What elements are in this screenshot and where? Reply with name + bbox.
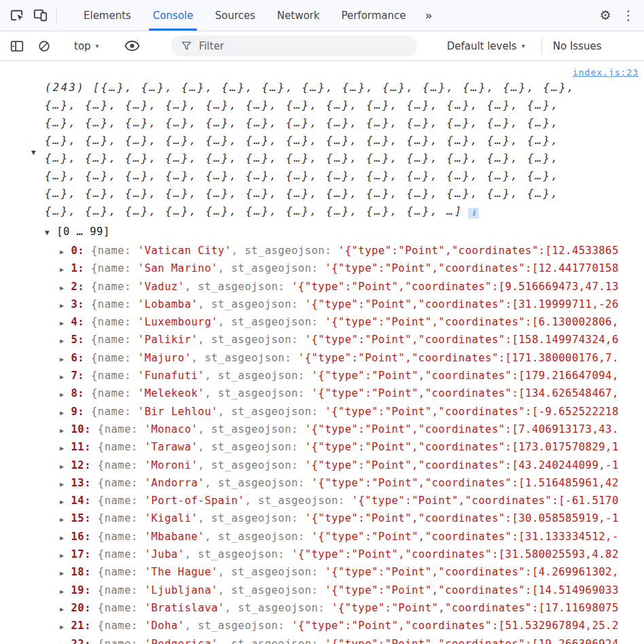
javascript-context-selector[interactable]: top ▾ <box>70 37 103 55</box>
console-array-row[interactable]: ▶19: {name: 'Ljubljana', st_asgeojson: '… <box>0 582 644 599</box>
string-value-geojson: '{"type":"Point","coordinates":[9.516669… <box>291 281 619 293</box>
string-value-name: 'Lobamba' <box>138 298 198 310</box>
tab-performance[interactable]: Performance <box>330 0 416 31</box>
chevron-collapsed-icon[interactable]: ▶ <box>60 248 65 255</box>
console-array-row[interactable]: ▶6: {name: 'Majuro', st_asgeojson: '{"ty… <box>0 349 644 367</box>
issues-status[interactable]: No Issues <box>553 40 602 52</box>
chevron-collapsed-icon[interactable]: ▶ <box>60 409 65 416</box>
string-value-geojson: '{"type":"Point","coordinates":[12.44177… <box>325 262 619 274</box>
object-key: {name: <box>98 459 145 471</box>
chevron-collapsed-icon[interactable]: ▶ <box>60 266 65 273</box>
chevron-collapsed-icon[interactable]: ▶ <box>60 444 65 452</box>
console-filter[interactable] <box>171 35 417 56</box>
chevron-collapsed-icon[interactable]: ▶ <box>60 516 65 523</box>
chevron-collapsed-icon[interactable]: ▶ <box>60 480 65 488</box>
console-array-row[interactable]: ▶7: {name: 'Funafuti', st_asgeojson: '{"… <box>0 367 644 384</box>
string-value-geojson: '{"type":"Point","coordinates":[17.11698… <box>332 602 619 614</box>
chevron-collapsed-icon[interactable]: ▶ <box>60 623 65 630</box>
source-location-link[interactable]: index.js:23 <box>573 67 639 77</box>
live-expression-button[interactable] <box>121 35 144 58</box>
object-key: {name: <box>91 406 138 418</box>
chevron-collapsed-icon[interactable]: ▶ <box>60 534 65 541</box>
object-key: {name: <box>91 298 138 310</box>
chevron-collapsed-icon[interactable]: ▶ <box>60 463 65 470</box>
object-key: {name: <box>98 477 145 489</box>
console-array-row[interactable]: ▶14: {name: 'Port-of-Spain', st_asgeojso… <box>0 492 644 509</box>
console-array-row[interactable]: ▶12: {name: 'Moroni', st_asgeojson: '{"t… <box>0 457 644 474</box>
string-value-geojson: '{"type":"Point","coordinates":[19.26630… <box>325 638 619 644</box>
string-value-name: 'Majuro' <box>138 352 192 364</box>
chevron-collapsed-icon[interactable]: ▶ <box>60 498 65 505</box>
console-array-row[interactable]: ▶16: {name: 'Mbabane', st_asgeojson: '{"… <box>0 528 644 545</box>
array-range-row[interactable]: ▼[0 … 99] <box>0 223 644 242</box>
log-levels-selector[interactable]: Default levels ▾ <box>443 37 529 55</box>
object-key: {name: <box>91 370 138 382</box>
chevron-collapsed-icon[interactable]: ▶ <box>60 605 65 613</box>
tab-sources[interactable]: Sources <box>204 0 266 31</box>
chevron-expanded-icon[interactable]: ▼ <box>45 228 50 237</box>
clear-console-button[interactable] <box>33 35 56 58</box>
chevron-collapsed-icon[interactable]: ▶ <box>60 427 65 434</box>
tab-elements[interactable]: Elements <box>73 0 142 31</box>
console-array-row[interactable]: ▶2: {name: 'Vaduz', st_asgeojson: '{"typ… <box>0 278 644 296</box>
more-tabs-button[interactable]: » <box>417 0 441 31</box>
chevron-collapsed-icon[interactable]: ▶ <box>60 284 65 291</box>
chevron-collapsed-icon[interactable]: ▶ <box>60 373 65 380</box>
object-key: {name: <box>98 566 145 578</box>
object-key: , st_asgeojson: <box>204 531 311 543</box>
string-value-geojson: '{"type":"Point","coordinates":[-9.65252… <box>325 406 619 418</box>
devtools-tabbar: Elements Console Sources Network Perform… <box>0 0 644 31</box>
object-key: , st_asgeojson: <box>198 441 304 453</box>
chevron-collapsed-icon[interactable]: ▶ <box>60 355 65 363</box>
tabbar-right-controls: ⚙ ⋮ <box>584 0 644 31</box>
console-array-row[interactable]: ▶0: {name: 'Vatican City', st_asgeojson:… <box>0 242 644 260</box>
device-toolbar-button[interactable] <box>29 4 52 27</box>
array-index: 10: <box>71 423 98 435</box>
chevron-collapsed-icon[interactable]: ▶ <box>60 319 65 327</box>
console-array-row[interactable]: ▶21: {name: 'Doha', st_asgeojson: '{"typ… <box>0 617 644 634</box>
array-index: 15: <box>71 512 98 524</box>
array-preview-text[interactable]: (243) [{…}, {…}, {…}, {…}, {…}, {…}, {…}… <box>45 82 575 217</box>
devtools-menu-button[interactable]: ⋮ <box>617 4 640 27</box>
console-array-row[interactable]: ▶8: {name: 'Melekeok', st_asgeojson: '{"… <box>0 384 644 402</box>
filter-input[interactable] <box>199 40 389 52</box>
string-value-geojson: '{"type":"Point","coordinates":[179.2166… <box>312 370 619 382</box>
console-array-row[interactable]: ▶15: {name: 'Kigali', st_asgeojson: '{"t… <box>0 509 644 527</box>
array-index: 4: <box>71 316 92 328</box>
console-array-row[interactable]: ▶3: {name: 'Lobamba', st_asgeojson: '{"t… <box>0 296 644 313</box>
array-expander-icon[interactable]: ▼ <box>31 148 36 157</box>
console-array-row[interactable]: ▶22: {name: 'Podgorica', st_asgeojson: '… <box>0 635 644 644</box>
console-array-row[interactable]: ▶18: {name: 'The Hague', st_asgeojson: '… <box>0 563 644 581</box>
console-array-row[interactable]: ▶20: {name: 'Bratislava', st_asgeojson: … <box>0 599 644 617</box>
console-array-row[interactable]: ▶17: {name: 'Juba', st_asgeojson: '{"typ… <box>0 545 644 563</box>
string-value-name: 'Andorra' <box>145 477 205 489</box>
tab-network[interactable]: Network <box>266 0 331 31</box>
chevron-collapsed-icon[interactable]: ▶ <box>60 302 65 309</box>
object-key: {name: <box>98 584 145 596</box>
console-array-row[interactable]: ▶13: {name: 'Andorra', st_asgeojson: '{"… <box>0 474 644 492</box>
settings-button[interactable]: ⚙ <box>594 4 617 27</box>
string-value-geojson: '{"type":"Point","coordinates":[43.24024… <box>305 459 619 471</box>
console-array-row[interactable]: ▶10: {name: 'Monaco', st_asgeojson: '{"t… <box>0 421 644 438</box>
toolbar-divider <box>56 7 57 24</box>
console-array-row[interactable]: ▶1: {name: 'San Marino', st_asgeojson: '… <box>0 260 644 277</box>
object-key: {name: <box>98 548 145 560</box>
inspect-element-button[interactable] <box>5 4 29 27</box>
object-key: , st_asgeojson: <box>218 566 325 578</box>
tab-console[interactable]: Console <box>142 0 204 31</box>
object-key: , st_asgeojson: <box>204 370 311 382</box>
chevron-collapsed-icon[interactable]: ▶ <box>60 641 65 644</box>
console-array-row[interactable]: ▶4: {name: 'Luxembourg', st_asgeojson: '… <box>0 313 644 331</box>
array-index: 14: <box>71 495 98 507</box>
console-array-row[interactable]: ▶9: {name: 'Bir Lehlou', st_asgeojson: '… <box>0 403 644 421</box>
string-value-geojson: '{"type":"Point","coordinates":[12.45338… <box>338 245 619 257</box>
chevron-collapsed-icon[interactable]: ▶ <box>60 337 65 344</box>
chevron-collapsed-icon[interactable]: ▶ <box>60 552 65 559</box>
console-array-row[interactable]: ▶11: {name: 'Tarawa', st_asgeojson: '{"t… <box>0 438 644 456</box>
chevron-collapsed-icon[interactable]: ▶ <box>60 391 65 398</box>
toolbar-divider <box>541 38 542 54</box>
console-array-row[interactable]: ▶5: {name: 'Palikir', st_asgeojson: '{"t… <box>0 331 644 348</box>
console-sidebar-toggle[interactable] <box>5 35 29 58</box>
chevron-collapsed-icon[interactable]: ▶ <box>60 588 65 595</box>
chevron-collapsed-icon[interactable]: ▶ <box>60 569 65 577</box>
